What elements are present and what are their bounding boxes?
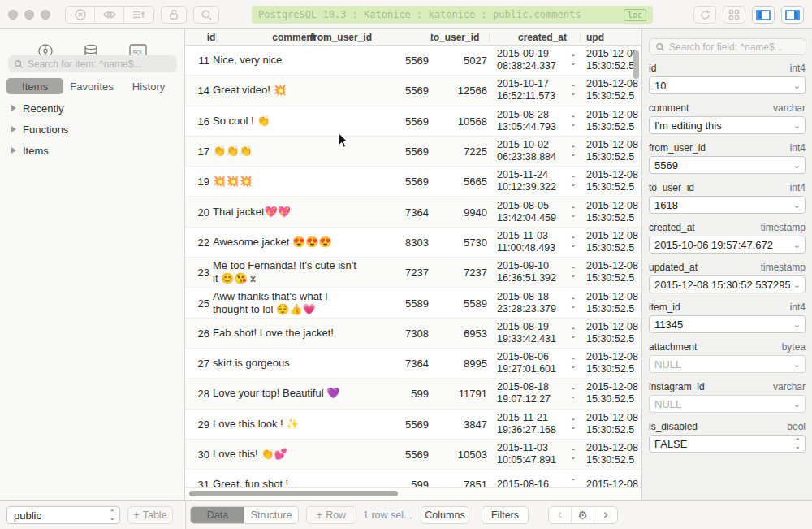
cell-id[interactable]: 27 — [185, 358, 209, 370]
cell-from-user-id[interactable]: 7364 — [364, 206, 429, 218]
cell-id[interactable]: 14 — [185, 85, 209, 97]
timestamp-stepper-icon[interactable]: ⌃⌄ — [570, 146, 577, 156]
cell-comment[interactable]: Awesome jacket 😍😍😍 — [213, 236, 357, 249]
table-row[interactable]: 11 Nice, very nice 5569 5027 2015-09-19 … — [185, 46, 641, 76]
disconnect-button[interactable] — [66, 7, 95, 23]
cell-created-at[interactable]: 2015-11-21 19:36:27.168 — [497, 412, 568, 436]
cell-from-user-id[interactable]: 7308 — [364, 327, 429, 339]
cell-created-at[interactable]: 2015-10-17 16:52:11.573 — [497, 78, 568, 102]
chevron-down-icon[interactable]: ⌄ — [793, 280, 801, 288]
cell-comment[interactable]: That jacket💖💖 — [213, 206, 357, 219]
cell-created-at[interactable]: 2015-10-02 06:23:38.884 — [497, 139, 568, 163]
cell-from-user-id[interactable]: 7364 — [364, 358, 429, 370]
preview-button[interactable] — [95, 7, 124, 23]
cell-updated-at[interactable]: 2015-12-08 15:30:52.5 — [586, 321, 641, 345]
add-table-button[interactable]: + Table — [127, 506, 173, 524]
timestamp-stepper-icon[interactable]: ⌃⌄ — [570, 85, 577, 95]
table-row[interactable]: 19 💥💥💥 5569 5665 2015-11-24 10:12:39.322… — [185, 167, 641, 197]
table-row[interactable]: 26 Fab shot! Love the jacket! 7308 6953 … — [185, 319, 641, 349]
cell-from-user-id[interactable]: 5569 — [364, 115, 429, 127]
cell-from-user-id[interactable]: 5589 — [364, 297, 429, 309]
cell-to-user-id[interactable]: 10568 — [437, 115, 487, 127]
cell-updated-at[interactable]: 2015-12-08 15:30:52.5 — [586, 78, 641, 102]
cell-comment[interactable]: Nice, very nice — [213, 54, 357, 67]
close-window-button[interactable] — [8, 10, 18, 20]
table-row[interactable]: 17 👏👏👏 5569 7225 2015-10-02 06:23:38.884… — [185, 137, 641, 167]
cell-comment[interactable]: skirt is gorgeous — [213, 357, 357, 370]
column-header-created-at[interactable]: created_at — [494, 29, 591, 46]
cell-id[interactable]: 28 — [185, 388, 209, 400]
cell-from-user-id[interactable]: 5569 — [364, 176, 429, 188]
open-apps-grid-button[interactable] — [723, 6, 745, 24]
cell-comment[interactable]: So cool ! 👏 — [213, 115, 357, 128]
cell-created-at[interactable]: 2015-09-19 08:38:24.337 — [497, 48, 568, 72]
field-value-input[interactable]: 1618 ⌄ ⌃⌄ — [649, 196, 806, 214]
search-toolbar-button[interactable] — [193, 6, 219, 24]
cell-comment[interactable]: Love this look ! ✨ — [213, 418, 357, 431]
cell-updated-at[interactable]: 2015-12-08 15:30:52.5 — [586, 291, 641, 315]
field-value-input[interactable]: FALSE ⌄ ⌃⌄ — [649, 435, 806, 453]
timestamp-stepper-icon[interactable]: ⌃⌄ — [570, 55, 577, 65]
timestamp-stepper-icon[interactable]: ⌃⌄ — [570, 419, 577, 429]
cell-created-at[interactable]: 2015-11-24 10:12:39.322 — [497, 169, 568, 193]
timestamp-stepper-icon[interactable]: ⌃⌄ — [570, 358, 577, 368]
cell-comment[interactable]: Fab shot! Love the jacket! — [213, 327, 357, 340]
column-header-from-user-id[interactable]: from_user_id — [292, 29, 390, 46]
cell-created-at[interactable]: 2015-08-05 13:42:04.459 — [497, 200, 568, 224]
cell-comment[interactable]: 💥💥💥 — [213, 175, 357, 188]
cell-updated-at[interactable]: 2015-12-08 15:30:52.5 — [586, 260, 641, 284]
cell-created-at[interactable]: 2015-11-03 10:05:47.891 — [497, 442, 568, 466]
cell-created-at[interactable]: 2015-08-18 23:28:23.379 — [497, 291, 568, 315]
cell-id[interactable]: 19 — [185, 176, 209, 188]
cell-to-user-id[interactable]: 7237 — [437, 267, 487, 279]
table-row[interactable]: 30 Love this! 👏💕 5569 10503 2015-11-03 1… — [185, 440, 641, 470]
column-header-id[interactable]: id — [193, 29, 229, 46]
cell-created-at[interactable]: 2015-08-18 19:07:12.27 — [497, 381, 568, 405]
cell-comment[interactable]: Love your top! Beautiful 💜 — [213, 387, 357, 400]
sidebar-tab-history[interactable]: History — [120, 78, 177, 94]
cell-updated-at[interactable]: 2015-12-08 15:30:52.5 — [586, 230, 641, 254]
minimize-window-button[interactable] — [24, 10, 34, 20]
field-value-input[interactable]: NULL ⌄ ⌃⌄ — [649, 355, 806, 373]
cell-updated-at[interactable]: 2015-12-08 15:30:52.5 — [586, 381, 641, 405]
table-row[interactable]: 25 Aww thanks that's what I thought to l… — [185, 288, 641, 318]
add-row-button[interactable]: + Row — [306, 506, 356, 524]
cell-id[interactable]: 11 — [185, 54, 209, 67]
timestamp-stepper-icon[interactable]: ⌃⌄ — [570, 237, 577, 247]
disclosure-triangle-icon[interactable] — [11, 126, 16, 132]
chevron-down-icon[interactable]: ⌄ — [793, 161, 801, 169]
cell-created-at[interactable]: 2015-11-03 11:00:48.493 — [497, 230, 568, 254]
field-search-input[interactable]: Search for field: ^name$... — [649, 38, 806, 55]
field-value-input[interactable]: 2015-10-06 19:57:47.672 ⌄ ⌃⌄ — [649, 236, 806, 254]
chevron-down-icon[interactable]: ⌄ — [793, 241, 801, 249]
cell-from-user-id[interactable]: 8303 — [364, 236, 429, 248]
lock-button[interactable] — [161, 6, 187, 24]
previous-page-button[interactable]: ‹ — [549, 507, 572, 523]
log-button[interactable] — [124, 7, 153, 23]
cell-from-user-id[interactable]: 5569 — [364, 54, 429, 67]
columns-button[interactable]: Columns — [421, 506, 469, 524]
cell-to-user-id[interactable]: 5027 — [437, 54, 487, 67]
timestamp-stepper-icon[interactable]: ⌃⌄ — [570, 388, 577, 398]
timestamp-stepper-icon[interactable]: ⌃⌄ — [570, 207, 577, 217]
horizontal-scrollbar[interactable] — [189, 491, 398, 496]
chevron-down-icon[interactable]: ⌄ — [793, 360, 801, 368]
cell-from-user-id[interactable]: 5569 — [364, 85, 429, 97]
cell-to-user-id[interactable]: 8995 — [437, 358, 487, 370]
cell-to-user-id[interactable]: 5730 — [437, 236, 487, 248]
next-page-button[interactable]: › — [594, 507, 617, 523]
cell-id[interactable]: 16 — [185, 115, 209, 127]
disclosure-triangle-icon[interactable] — [11, 147, 16, 154]
chevron-down-icon[interactable]: ⌄ — [793, 400, 801, 408]
table-row[interactable]: 23 Me too Fernanda! It's cute isn't it 😊… — [185, 258, 641, 288]
timestamp-stepper-icon[interactable]: ⌃⌄ — [570, 328, 577, 338]
vertical-scrollbar[interactable] — [633, 50, 639, 79]
timestamp-stepper-icon[interactable]: ⌃⌄ — [570, 298, 577, 308]
field-value-input[interactable]: I'm editing this ⌄ ⌃⌄ — [649, 116, 806, 134]
disclosure-triangle-icon[interactable] — [11, 105, 16, 111]
table-row[interactable]: 20 That jacket💖💖 7364 9940 2015-08-05 13… — [185, 197, 641, 227]
cell-updated-at[interactable]: 2015-12-08 15:30:52.5 — [586, 442, 641, 466]
cell-id[interactable]: 30 — [185, 449, 209, 461]
cell-id[interactable]: 23 — [185, 267, 209, 279]
timestamp-stepper-icon[interactable]: ⌃⌄ — [570, 116, 577, 126]
